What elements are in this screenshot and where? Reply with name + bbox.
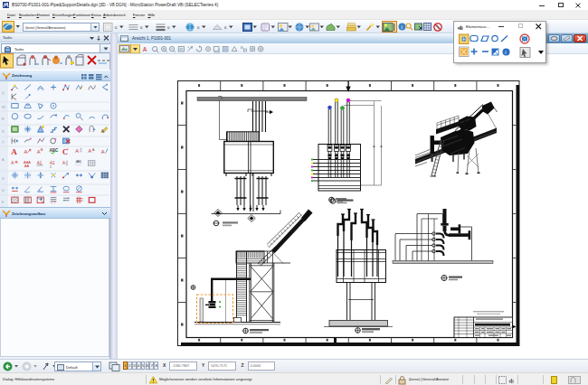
svg-text:0: 0 (197, 25, 200, 30)
svg-text:A: A (75, 148, 79, 154)
svg-text:A: A (143, 46, 147, 52)
svg-text:0: 0 (224, 25, 227, 30)
svg-text:S: S (2, 176, 5, 181)
svg-text:0: 0 (167, 25, 170, 30)
svg-text:D: D (2, 188, 5, 192)
svg-text:A: A (11, 161, 14, 165)
svg-text:2: 2 (50, 165, 52, 169)
svg-text:A1: A1 (50, 161, 55, 165)
svg-text:Q: Q (2, 90, 5, 95)
svg-text:A:: A: (62, 161, 66, 165)
svg-text:0: 0 (115, 25, 118, 30)
svg-text:A: A (89, 148, 92, 154)
svg-text:E: E (2, 117, 5, 121)
svg-text:A: A (24, 149, 28, 155)
svg-text:AA: AA (24, 164, 30, 168)
svg-text:0: 0 (140, 25, 143, 30)
svg-text:R: R (2, 129, 5, 134)
svg-text:c: c (67, 146, 69, 151)
svg-text:A: A (11, 147, 17, 156)
svg-text:A: A (2, 157, 5, 162)
svg-text:W: W (2, 105, 5, 109)
svg-text:B: B (41, 147, 43, 152)
svg-text:A: A (101, 149, 105, 155)
svg-text:ABC: ABC (76, 160, 81, 164)
svg-text:A1: A1 (37, 161, 43, 165)
